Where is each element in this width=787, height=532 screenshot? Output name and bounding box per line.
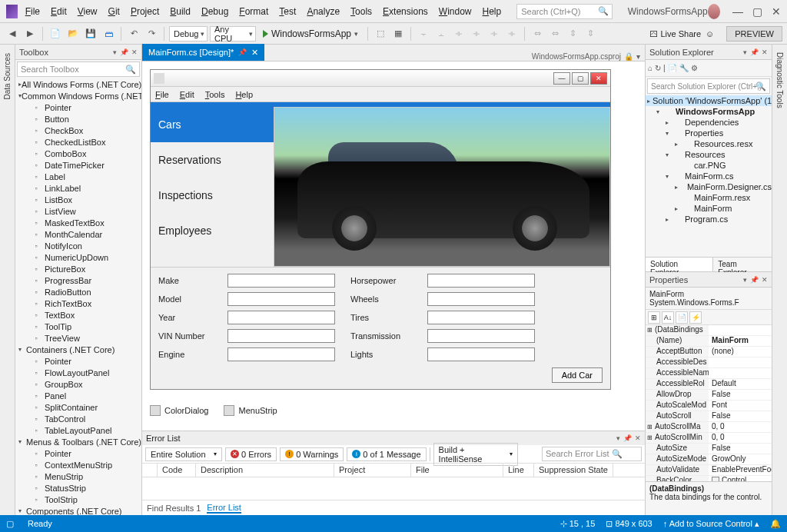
preview-button[interactable]: PREVIEW <box>726 26 782 42</box>
global-search-input[interactable]: Search (Ctrl+Q) 🔍 <box>516 4 612 19</box>
events-icon[interactable]: ⚡ <box>689 311 702 324</box>
property-row[interactable]: AccessibleNam <box>646 368 772 379</box>
refresh-icon[interactable]: ↻ <box>655 64 661 72</box>
property-row[interactable]: ⊞(DataBindings <box>646 325 772 336</box>
align-btn[interactable]: ⟛ <box>486 26 502 42</box>
toolbox-item-groupbox[interactable]: ▫GroupBox <box>15 378 141 390</box>
maximize-icon[interactable]: ▢ <box>752 5 762 18</box>
property-row[interactable]: ⊞AutoScrollMin0, 0 <box>646 433 772 444</box>
add-car-button[interactable]: Add Car <box>552 367 603 383</box>
error-col[interactable]: Project <box>334 464 411 477</box>
feedback-icon[interactable]: ☺ <box>706 29 714 38</box>
property-row[interactable]: AcceptButton(none) <box>646 347 772 357</box>
toolbox-group[interactable]: ▸All Windows Forms (.NET Core) <box>15 78 141 90</box>
close-icon[interactable]: ✕ <box>762 48 768 56</box>
align-btn[interactable]: ⟛ <box>451 26 467 42</box>
align-btn[interactable]: ⫠ <box>433 26 449 42</box>
pin-icon[interactable]: 📌 <box>623 434 632 442</box>
toolbox-item-textbox[interactable]: ▫TextBox <box>15 309 141 321</box>
solution-node[interactable]: ▾Resources <box>646 149 772 160</box>
properties-grid[interactable]: ⊞(DataBindings(Name)MainFormAcceptButton… <box>646 325 772 481</box>
toolbox-item-tabcontrol[interactable]: ▫TabControl <box>15 413 141 424</box>
property-row[interactable]: AccessibleRolDefault <box>646 379 772 390</box>
error-search-input[interactable]: Search Error List 🔍 <box>542 447 642 461</box>
properties-object[interactable]: MainForm System.Windows.Forms.F <box>646 288 772 310</box>
solution-node[interactable]: car.PNG <box>646 160 772 171</box>
alphabetical-icon[interactable]: A↓ <box>662 311 674 324</box>
toolbox-item-pointer[interactable]: ▫Pointer <box>15 101 141 113</box>
spacing-btn[interactable]: ⇔ <box>530 26 545 42</box>
field-input-tires[interactable] <box>427 311 535 324</box>
redo-button[interactable]: ↷ <box>144 26 159 42</box>
pin-icon[interactable]: 📌 <box>120 48 128 56</box>
field-input-engine[interactable] <box>227 347 335 361</box>
pin-icon[interactable]: 📌 <box>238 48 247 56</box>
align-btn[interactable]: ⟛ <box>504 26 520 42</box>
dropdown-icon[interactable]: ▾ <box>743 276 747 284</box>
start-button[interactable]: WindowsFormsApp ▾ <box>258 26 363 42</box>
toolbox-item-combobox[interactable]: ▫ComboBox <box>15 148 141 159</box>
solution-node[interactable]: ▸MainForm <box>646 203 772 214</box>
menu-extensions[interactable]: Extensions <box>383 6 428 17</box>
align-btn[interactable]: ⫟ <box>416 26 431 42</box>
toolbox-item-statusstrip[interactable]: ▫StatusStrip <box>15 482 141 494</box>
property-row[interactable]: AutoScrollFalse <box>646 411 772 422</box>
toolbox-item-tablelayoutpanel[interactable]: ▫TableLayoutPanel <box>15 424 141 436</box>
field-input-transmission[interactable] <box>427 329 535 343</box>
property-row[interactable]: AutoSizeModeGrowOnly <box>646 454 772 465</box>
tool-icon[interactable]: ⚙ <box>691 64 698 72</box>
document-tab-mainform[interactable]: MainForm.cs [Design]* 📌 ✕ <box>142 44 264 61</box>
toolbox-item-splitcontainer[interactable]: ▫SplitContainer <box>15 401 141 413</box>
build-filter-dropdown[interactable]: Build + IntelliSense▾ <box>433 443 518 466</box>
toolbox-item-treeview[interactable]: ▫TreeView <box>15 332 141 344</box>
diagnostic-tools-tab[interactable]: Diagnostic Tools <box>774 48 785 113</box>
solution-node[interactable]: ▸Solution 'WindowsFormsApp' (1 <box>646 95 772 106</box>
menu-edit[interactable]: Edit <box>51 6 67 17</box>
field-input-model[interactable] <box>227 292 335 306</box>
property-row[interactable]: AutoSizeFalse <box>646 444 772 454</box>
menu-debug[interactable]: Debug <box>201 6 228 17</box>
pin-icon[interactable]: 📌 <box>750 276 759 284</box>
toolbox-item-numericupdown[interactable]: ▫NumericUpDown <box>15 251 141 263</box>
field-input-wheels[interactable] <box>427 292 535 306</box>
field-input-year[interactable] <box>227 311 335 324</box>
toolbox-item-label[interactable]: ▫Label <box>15 171 141 182</box>
close-icon[interactable]: ✕ <box>635 434 641 442</box>
toolbox-item-radiobutton[interactable]: ▫RadioButton <box>15 286 141 298</box>
toolbox-group[interactable]: ▾Components (.NET Core) <box>15 505 141 515</box>
toolbox-item-datetimepicker[interactable]: ▫DateTimePicker <box>15 159 141 171</box>
source-control-button[interactable]: ↑ Add to Source Control ▴ <box>663 519 759 529</box>
menu-build[interactable]: Build <box>170 6 191 17</box>
dropdown-icon[interactable]: ▾ <box>636 52 640 61</box>
error-col[interactable]: Code <box>158 464 196 477</box>
toolbox-item-picturebox[interactable]: ▫PictureBox <box>15 263 141 274</box>
property-row[interactable]: AutoValidateEnablePreventFocus <box>646 465 772 476</box>
team-explorer-tab[interactable]: Team Explorer <box>713 258 772 271</box>
nav-reservations[interactable]: Reservations <box>151 142 274 178</box>
form-menu-help[interactable]: Help <box>235 90 253 99</box>
new-project-button[interactable]: 📄 <box>48 26 63 42</box>
menu-tools[interactable]: Tools <box>350 6 372 17</box>
toolbox-item-pointer[interactable]: ▫Pointer <box>15 447 141 459</box>
save-button[interactable]: 💾 <box>83 26 98 42</box>
toolbox-item-pointer[interactable]: ▫Pointer <box>15 355 141 367</box>
toolbox-item-maskedtextbox[interactable]: ▫MaskedTextBox <box>15 217 141 228</box>
property-row[interactable]: AccessibleDes <box>646 357 772 368</box>
toolbox-item-notifyicon[interactable]: ▫NotifyIcon <box>15 240 141 251</box>
dropdown-icon[interactable]: ▾ <box>743 48 747 56</box>
nav-back-button[interactable]: ◀ <box>5 26 20 42</box>
menu-analyze[interactable]: Analyze <box>307 6 340 17</box>
toolbox-item-tooltip[interactable]: ▫ToolTip <box>15 321 141 332</box>
property-row[interactable]: AllowDropFalse <box>646 390 772 401</box>
solution-explorer-tab[interactable]: Solution Explorer <box>646 258 713 271</box>
field-input-vin-number[interactable] <box>227 329 335 343</box>
tool-icon[interactable]: 📄 <box>668 64 677 72</box>
find-results-tab[interactable]: Find Results 1 <box>147 504 201 513</box>
toolbox-item-menustrip[interactable]: ▫MenuStrip <box>15 470 141 482</box>
toolbox-item-richtextbox[interactable]: ▫RichTextBox <box>15 298 141 309</box>
menu-view[interactable]: View <box>78 6 98 17</box>
dropdown-icon[interactable]: ▾ <box>113 48 117 56</box>
warnings-filter[interactable]: !0 Warnings <box>280 447 344 461</box>
toolbox-search-input[interactable]: Search Toolbox 🔍 <box>17 62 140 77</box>
toolbox-item-panel[interactable]: ▫Panel <box>15 390 141 401</box>
